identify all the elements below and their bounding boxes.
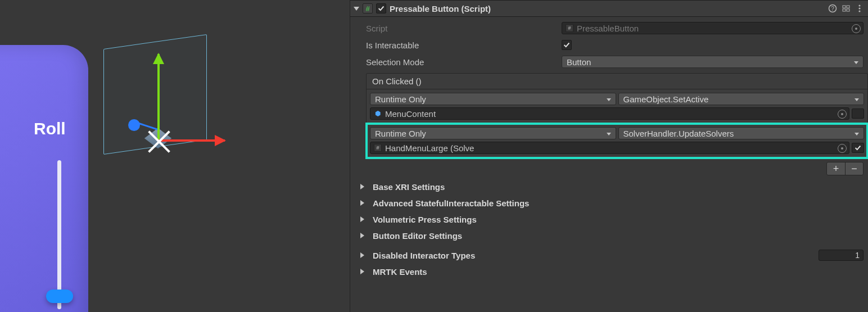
add-event-button[interactable]: + xyxy=(827,162,845,175)
foldout-title: Button Editor Settings xyxy=(373,231,864,241)
target-name: HandMenuLarge (Solve xyxy=(385,143,474,153)
foldout-closed-icon xyxy=(360,269,367,274)
call-state-value: Runtime Only xyxy=(375,129,426,138)
foldout-closed-icon xyxy=(360,184,367,189)
svg-rect-5 xyxy=(847,9,849,11)
script-row: Script # PressableButton xyxy=(366,21,864,35)
svg-text:?: ? xyxy=(831,6,834,12)
event-add-remove: + − xyxy=(826,162,864,175)
is-interactable-label: Is Interactable xyxy=(366,40,557,50)
remove-event-button[interactable]: − xyxy=(845,162,863,175)
help-icon[interactable]: ? xyxy=(828,3,838,13)
foldout-closed-icon xyxy=(360,233,367,238)
svg-point-6 xyxy=(858,4,860,6)
transform-gizmo[interactable] xyxy=(145,54,224,155)
bool-arg-checkbox[interactable] xyxy=(852,108,864,119)
gizmo-y-axis[interactable] xyxy=(157,54,160,141)
is-interactable-row: Is Interactable xyxy=(366,38,864,52)
svg-rect-4 xyxy=(843,9,846,11)
foldout-title: Disabled Interactor Types xyxy=(373,251,813,260)
inspector-panel: # Pressable Button (Script) ? Script # P… xyxy=(350,0,868,312)
slider-knob[interactable] xyxy=(46,290,73,303)
method-value: SolverHandler.UpdateSolvers xyxy=(623,129,734,138)
target-name: MenuContent xyxy=(385,109,436,119)
method-value: GameObject.SetActive xyxy=(623,94,709,104)
script-label: Script xyxy=(366,24,557,33)
bool-arg-checkbox[interactable] xyxy=(852,143,864,153)
call-state-dropdown[interactable]: Runtime Only xyxy=(370,127,616,139)
object-picker-icon[interactable] xyxy=(838,144,847,153)
component-header[interactable]: # Pressable Button (Script) ? xyxy=(350,0,868,17)
svg-rect-2 xyxy=(843,6,846,8)
selection-mode-row: Selection Mode Button xyxy=(366,55,864,69)
object-picker-icon[interactable] xyxy=(838,110,847,119)
slider-track xyxy=(57,160,61,309)
foldout-title: Advanced StatefulInteractable Settings xyxy=(373,198,864,208)
roll-label: Roll xyxy=(34,119,66,138)
script-object-field: # PressableButton xyxy=(562,22,864,34)
target-object-field[interactable]: ⬢ MenuContent xyxy=(370,107,849,120)
gizmo-x-axis[interactable] xyxy=(157,139,225,142)
selection-mode-label: Selection Mode xyxy=(366,57,557,67)
mrtk-events-foldout[interactable]: MRTK Events xyxy=(360,266,864,277)
disabled-types-foldout[interactable]: Disabled Interactor Types 1 xyxy=(360,250,864,261)
component-title: Pressable Button (Script) xyxy=(390,4,824,13)
foldout-title: MRTK Events xyxy=(373,267,864,277)
button-editor-foldout[interactable]: Button Editor Settings xyxy=(360,230,864,241)
foldout-closed-icon xyxy=(360,252,367,258)
foldout-toggle-icon[interactable] xyxy=(354,7,359,11)
method-dropdown[interactable]: GameObject.SetActive xyxy=(618,93,865,105)
call-state-value: Runtime Only xyxy=(375,94,426,104)
on-clicked-event-block: On Clicked () Runtime Only GameObject.Se… xyxy=(366,73,868,159)
csharp-file-icon: # xyxy=(374,144,382,152)
ui-panel-slab xyxy=(0,45,88,312)
csharp-file-icon: # xyxy=(566,24,573,32)
gizmo-z-axis-handle[interactable] xyxy=(128,119,140,131)
target-object-field[interactable]: # HandMenuLarge (Solve xyxy=(370,142,849,154)
foldout-closed-icon xyxy=(360,200,367,206)
selection-mode-value: Button xyxy=(567,57,591,67)
foldout-closed-icon xyxy=(360,216,367,222)
event-entry-1: Runtime Only SolverHandler.UpdateSolvers… xyxy=(367,124,867,158)
context-menu-icon[interactable] xyxy=(855,3,865,13)
svg-point-8 xyxy=(858,10,860,12)
call-state-dropdown[interactable]: Runtime Only xyxy=(370,93,616,105)
disabled-types-count[interactable]: 1 xyxy=(819,250,864,261)
volumetric-press-foldout[interactable]: Volumetric Press Settings xyxy=(360,214,864,225)
gameobject-icon: ⬢ xyxy=(374,110,382,117)
method-dropdown[interactable]: SolverHandler.UpdateSolvers xyxy=(618,127,865,139)
is-interactable-checkbox[interactable] xyxy=(562,40,572,50)
advanced-settings-foldout[interactable]: Advanced StatefulInteractable Settings xyxy=(360,197,864,209)
preset-icon[interactable] xyxy=(841,3,851,13)
foldout-title: Volumetric Press Settings xyxy=(373,215,864,224)
csharp-script-icon: # xyxy=(363,3,373,13)
component-enabled-checkbox[interactable] xyxy=(376,3,386,13)
svg-point-7 xyxy=(858,7,860,9)
foldout-title: Base XRI Settings xyxy=(373,182,864,192)
svg-rect-3 xyxy=(847,6,849,8)
object-picker-icon xyxy=(852,24,861,33)
event-header: On Clicked () xyxy=(367,74,867,89)
base-xri-foldout[interactable]: Base XRI Settings xyxy=(360,181,864,192)
event-entry-0: Runtime Only GameObject.SetActive ⬢ Menu… xyxy=(367,89,867,124)
script-value: PressableButton xyxy=(577,24,639,33)
scene-view[interactable]: Roll xyxy=(0,0,350,312)
selection-mode-dropdown[interactable]: Button xyxy=(562,56,864,68)
